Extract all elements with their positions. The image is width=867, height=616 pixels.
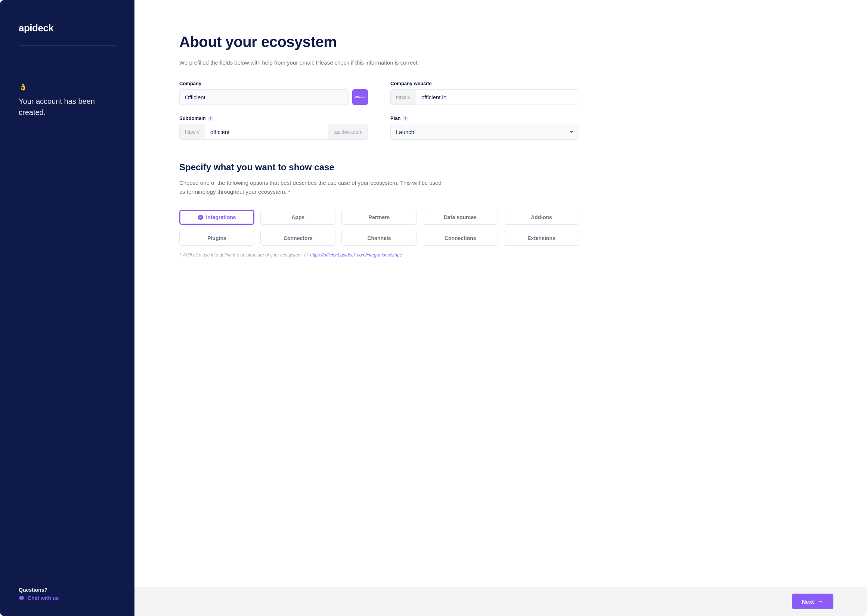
subdomain-protocol-addon: https:// — [180, 124, 205, 139]
subdomain-suffix-addon: .apideck.com — [328, 124, 368, 139]
page-subtitle: We prefilled the fields below with help … — [179, 59, 579, 66]
subdomain-input[interactable] — [205, 124, 328, 139]
website-protocol-addon: https:// — [391, 90, 416, 105]
option-data-sources[interactable]: Data sources — [423, 210, 498, 225]
option-integrations[interactable]: ✓Integrations — [179, 210, 254, 225]
plan-value: Launch — [396, 129, 414, 135]
footnote: * We'll also use it to define the url st… — [179, 252, 579, 258]
sidebar: apideck 👌 Your account has been created.… — [0, 0, 134, 616]
arrow-right-icon: → — [818, 598, 824, 605]
plan-select[interactable]: Launch — [390, 124, 579, 140]
section-subtitle: Choose one of the following options that… — [179, 178, 448, 196]
main: About your ecosystem We prefilled the fi… — [134, 0, 867, 616]
page-title: About your ecosystem — [179, 34, 579, 50]
help-icon[interactable]: ? — [208, 116, 213, 121]
option-connectors[interactable]: Connectors — [260, 231, 335, 246]
help-icon[interactable]: ? — [403, 116, 408, 121]
footer-bar: Next → — [134, 587, 867, 616]
check-circle-icon: ✓ — [198, 215, 203, 220]
account-created-text: Your account has been created. — [19, 96, 116, 118]
option-extensions[interactable]: Extensions — [504, 231, 579, 246]
plan-label: Plan ? — [390, 115, 579, 121]
website-input[interactable] — [416, 90, 579, 105]
chat-with-us-link[interactable]: Chat with us — [19, 595, 116, 601]
company-logo-tile: Officient — [352, 89, 368, 105]
chat-label: Chat with us — [28, 595, 59, 601]
next-button[interactable]: Next → — [792, 594, 833, 609]
option-plugins[interactable]: Plugins — [179, 231, 254, 246]
option-apps[interactable]: Apps — [260, 210, 335, 225]
website-label: Company website — [390, 81, 579, 86]
brand-logo: apideck — [19, 22, 116, 34]
options-grid: ✓IntegrationsAppsPartnersData sourcesAdd… — [179, 210, 579, 246]
option-partners[interactable]: Partners — [341, 210, 417, 225]
company-label: Company — [179, 81, 368, 86]
company-input[interactable] — [179, 89, 349, 105]
subdomain-label: Subdomain ? — [179, 115, 368, 121]
chevron-down-icon — [570, 131, 573, 133]
sidebar-divider — [19, 45, 116, 46]
section-title: Specify what you want to show case — [179, 162, 579, 173]
chat-icon — [19, 595, 25, 601]
option-connections[interactable]: Connections — [423, 231, 498, 246]
ok-hand-icon: 👌 — [19, 83, 116, 91]
option-channels[interactable]: Channels — [341, 231, 417, 246]
footnote-link[interactable]: https://officient.apideck.com/integratio… — [310, 252, 402, 258]
option-add-ons[interactable]: Add-ons — [504, 210, 579, 225]
questions-label: Questions? — [19, 587, 116, 593]
